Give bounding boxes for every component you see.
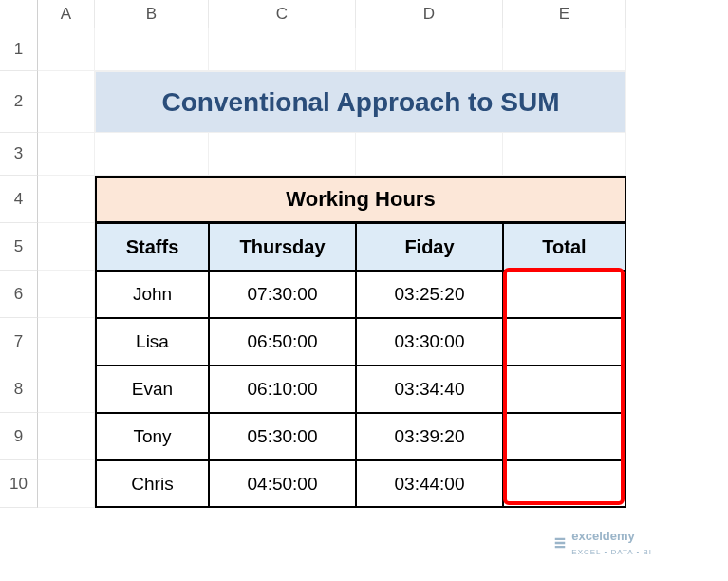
row-header-6[interactable]: 6: [0, 271, 38, 318]
working-hours-header[interactable]: Working Hours: [95, 176, 626, 223]
row-header-3[interactable]: 3: [0, 133, 38, 176]
col-label-staffs[interactable]: Staffs: [95, 223, 209, 271]
cell-friday-2[interactable]: 03:34:40: [356, 365, 503, 413]
cell-a10[interactable]: [38, 460, 95, 508]
watermark-icon: [553, 536, 567, 550]
title-cell[interactable]: Conventional Approach to SUM: [95, 71, 626, 133]
cell-total-1[interactable]: [503, 318, 626, 365]
row-header-10[interactable]: 10: [0, 460, 38, 508]
cell-a4[interactable]: [38, 176, 95, 223]
cell-staff-4[interactable]: Chris: [95, 460, 209, 508]
cell-d3[interactable]: [356, 133, 503, 176]
col-header-e[interactable]: E: [503, 0, 626, 28]
cell-thursday-2[interactable]: 06:10:00: [209, 365, 356, 413]
cell-b1[interactable]: [95, 28, 209, 71]
cell-total-3[interactable]: [503, 413, 626, 460]
row-header-7[interactable]: 7: [0, 318, 38, 365]
cell-staff-3[interactable]: Tony: [95, 413, 209, 460]
col-header-b[interactable]: B: [95, 0, 209, 28]
cell-total-2[interactable]: [503, 365, 626, 413]
cell-total-4[interactable]: [503, 460, 626, 508]
cell-a5[interactable]: [38, 223, 95, 271]
cell-thursday-3[interactable]: 05:30:00: [209, 413, 356, 460]
watermark-brand: exceldemy: [571, 529, 635, 543]
cell-a3[interactable]: [38, 133, 95, 176]
cell-a8[interactable]: [38, 365, 95, 413]
cell-e3[interactable]: [503, 133, 626, 176]
row-header-2[interactable]: 2: [0, 71, 38, 133]
cell-e1[interactable]: [503, 28, 626, 71]
row-header-9[interactable]: 9: [0, 413, 38, 460]
watermark-tagline: EXCEL • DATA • BI: [571, 548, 652, 556]
row-header-1[interactable]: 1: [0, 28, 38, 71]
corner-cell[interactable]: [0, 0, 38, 28]
col-label-friday[interactable]: Fiday: [356, 223, 503, 271]
cell-staff-2[interactable]: Evan: [95, 365, 209, 413]
col-label-total[interactable]: Total: [503, 223, 626, 271]
cell-thursday-1[interactable]: 06:50:00: [209, 318, 356, 365]
cell-friday-0[interactable]: 03:25:20: [356, 271, 503, 318]
col-label-thursday[interactable]: Thursday: [209, 223, 356, 271]
cell-b3[interactable]: [95, 133, 209, 176]
cell-friday-1[interactable]: 03:30:00: [356, 318, 503, 365]
cell-staff-0[interactable]: John: [95, 271, 209, 318]
cell-friday-4[interactable]: 03:44:00: [356, 460, 503, 508]
cell-a7[interactable]: [38, 318, 95, 365]
col-header-c[interactable]: C: [209, 0, 356, 28]
watermark: exceldemy EXCEL • DATA • BI: [553, 529, 652, 557]
cell-thursday-4[interactable]: 04:50:00: [209, 460, 356, 508]
spreadsheet-grid: A B C D E 1 2 Conventional Approach to S…: [0, 0, 728, 508]
cell-friday-3[interactable]: 03:39:20: [356, 413, 503, 460]
cell-c3[interactable]: [209, 133, 356, 176]
cell-d1[interactable]: [356, 28, 503, 71]
cell-a1[interactable]: [38, 28, 95, 71]
cell-a2[interactable]: [38, 71, 95, 133]
cell-staff-1[interactable]: Lisa: [95, 318, 209, 365]
row-header-8[interactable]: 8: [0, 365, 38, 413]
row-header-5[interactable]: 5: [0, 223, 38, 271]
col-header-d[interactable]: D: [356, 0, 503, 28]
col-header-a[interactable]: A: [38, 0, 95, 28]
row-header-4[interactable]: 4: [0, 176, 38, 223]
cell-c1[interactable]: [209, 28, 356, 71]
cell-a9[interactable]: [38, 413, 95, 460]
cell-total-0[interactable]: [503, 271, 626, 318]
cell-thursday-0[interactable]: 07:30:00: [209, 271, 356, 318]
cell-a6[interactable]: [38, 271, 95, 318]
